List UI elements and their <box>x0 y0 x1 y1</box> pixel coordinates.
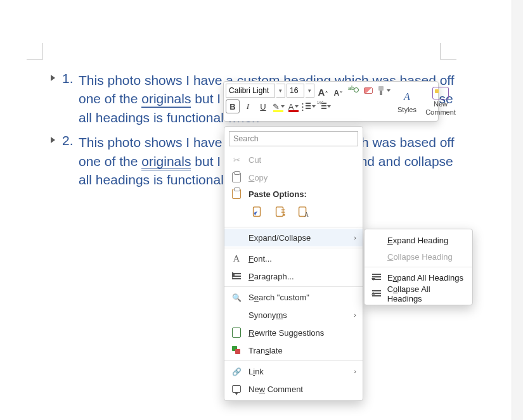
font-name-input[interactable] <box>226 84 275 98</box>
collapse-triangle-icon[interactable] <box>51 75 55 81</box>
page-corner-tr <box>440 43 456 60</box>
paste-keep-source-button[interactable] <box>249 204 266 220</box>
paste-text-only-button[interactable]: A <box>294 204 312 220</box>
menu-separator <box>224 360 363 361</box>
styles-icon: A <box>399 89 415 105</box>
svg-rect-1 <box>276 207 283 217</box>
rewrite-icon <box>231 328 242 338</box>
bold-button[interactable]: B <box>226 99 240 113</box>
font-size-input[interactable] <box>287 84 304 98</box>
collapse-triangle-icon[interactable] <box>51 137 55 143</box>
bullets-button[interactable] <box>302 99 316 113</box>
submenu-expand-heading[interactable]: Expand Heading <box>365 232 472 248</box>
spellcheck-underline: originals <box>141 91 191 106</box>
chevron-down-icon[interactable]: ▾ <box>276 84 285 98</box>
submenu-arrow-icon: › <box>354 311 356 319</box>
font-icon <box>231 253 242 264</box>
new-comment-icon <box>432 87 449 99</box>
menu-search-input[interactable]: Search <box>229 131 358 146</box>
styles-button[interactable]: A Styles <box>393 89 421 113</box>
heading-number: 2. <box>62 133 74 148</box>
menu-separator <box>224 286 363 287</box>
paragraph-icon <box>231 272 242 281</box>
menu-paragraph[interactable]: Paragraph... <box>224 267 363 285</box>
heading-number: 1. <box>62 71 74 86</box>
styles-label: Styles <box>397 106 416 113</box>
menu-cut: Cut <box>224 151 363 169</box>
menu-search-term[interactable]: Search "custom" <box>224 288 363 306</box>
paste-options-row: A <box>224 201 363 226</box>
phonetic-guide-button[interactable] <box>346 84 360 98</box>
menu-synonyms[interactable]: Synonyms › <box>224 306 363 324</box>
collapse-all-icon <box>371 290 382 298</box>
submenu-expand-all[interactable]: Expand All Headings <box>365 269 472 286</box>
link-icon <box>231 367 242 376</box>
chevron-down-icon[interactable]: ▾ <box>306 84 314 98</box>
context-menu: Search Cut Copy Paste Options: A Expand/… <box>224 126 363 401</box>
clipboard-icon <box>231 189 242 199</box>
submenu-collapse-all[interactable]: Collapse All Headings <box>365 286 472 302</box>
submenu-collapse-heading: Collapse Heading <box>365 248 472 265</box>
format-painter-button[interactable] <box>377 84 391 98</box>
page-corner-tl <box>27 43 43 60</box>
comment-icon <box>231 385 242 393</box>
new-comment-button[interactable]: New Comment <box>422 87 459 115</box>
submenu-arrow-icon: › <box>354 367 356 375</box>
menu-translate[interactable]: Translate <box>224 341 363 359</box>
expand-all-icon <box>371 273 382 282</box>
clear-formatting-button[interactable] <box>361 84 375 98</box>
menu-rewrite[interactable]: Rewrite Suggestions <box>224 324 363 341</box>
right-gutter <box>512 0 523 420</box>
search-icon <box>231 293 242 302</box>
menu-expand-collapse[interactable]: Expand/Collapse › <box>224 229 363 246</box>
menu-paste-header: Paste Options: <box>224 186 363 201</box>
clipboard-icon <box>231 172 242 182</box>
translate-icon <box>231 346 242 355</box>
menu-copy: Copy <box>224 169 363 186</box>
submenu-arrow-icon: › <box>354 234 356 241</box>
italic-button[interactable]: I <box>241 99 255 113</box>
menu-link[interactable]: Link › <box>224 362 363 380</box>
grow-font-button[interactable]: Aˆ <box>316 84 330 98</box>
scissors-icon <box>231 155 242 165</box>
menu-font[interactable]: Font... <box>224 250 363 267</box>
numbering-button[interactable] <box>317 99 331 113</box>
svg-text:A: A <box>304 211 309 218</box>
expand-collapse-submenu: Expand Heading Collapse Heading Expand A… <box>364 229 473 305</box>
underline-button[interactable]: U <box>256 99 270 113</box>
new-comment-label: New Comment <box>422 100 459 115</box>
menu-new-comment[interactable]: New Comment <box>224 380 363 398</box>
shrink-font-button[interactable]: Aˇ <box>331 84 345 98</box>
mini-toolbar: ▾ ▾ Aˆ Aˇ B I U ✎ A A Styles New Comment <box>223 81 439 122</box>
paste-merge-button[interactable] <box>271 204 289 220</box>
menu-separator <box>224 227 363 227</box>
menu-separator <box>365 267 472 267</box>
menu-separator <box>224 248 363 248</box>
highlight-color-button[interactable]: ✎ <box>271 99 285 113</box>
font-color-button[interactable]: A <box>287 99 300 113</box>
spellcheck-underline: originals <box>141 154 191 169</box>
